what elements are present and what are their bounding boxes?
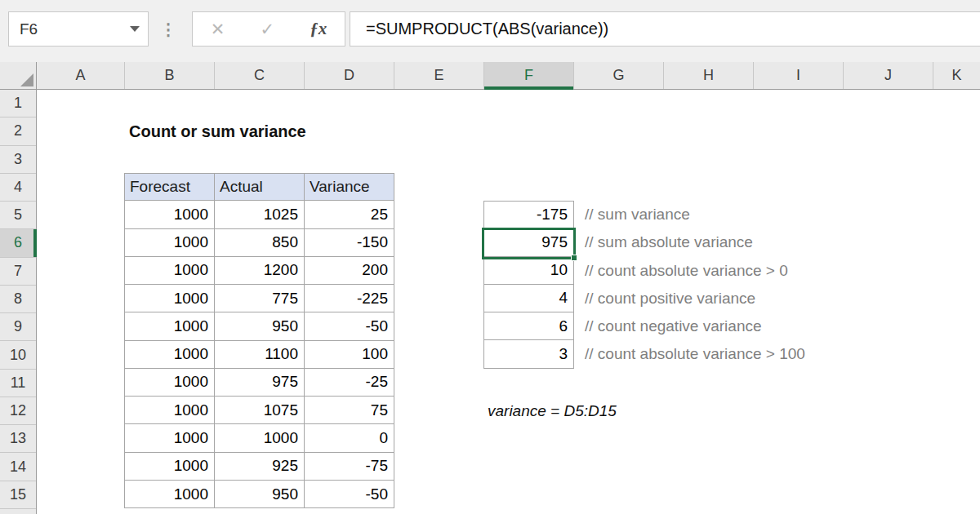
cell-d9[interactable]: -50: [305, 312, 394, 340]
table-header-variance[interactable]: Variance: [305, 173, 394, 201]
name-box-value[interactable]: F6: [20, 20, 130, 38]
select-all-button[interactable]: [0, 62, 37, 90]
result-row-count-abs-gt0: 10 // count absolute variance > 0: [483, 257, 805, 285]
cell-f9[interactable]: 6: [483, 312, 574, 340]
name-box-dropdown-icon[interactable]: [130, 26, 140, 32]
row-header-4[interactable]: 4: [0, 174, 36, 202]
cell-f7[interactable]: 10: [483, 257, 574, 285]
enter-icon[interactable]: ✓: [260, 20, 274, 39]
row-header-12[interactable]: 12: [0, 397, 36, 425]
row-headers: 1 2 3 4 5 6 7 8 9 10 11 12 13 14 15: [0, 90, 37, 514]
cell-c9[interactable]: 950: [215, 312, 305, 340]
result-row-sum-variance: -175 // sum variance: [483, 201, 805, 228]
cell-b14[interactable]: 1000: [124, 453, 215, 481]
data-table: Forecast Actual Variance 1000 1025 25 10…: [124, 173, 394, 508]
row-header-7[interactable]: 7: [0, 258, 36, 286]
cell-b15[interactable]: 1000: [124, 481, 215, 508]
row-header-9[interactable]: 9: [0, 313, 36, 341]
name-box[interactable]: F6: [8, 11, 149, 47]
column-header-f-selected[interactable]: F: [484, 62, 574, 89]
cell-b8[interactable]: 1000: [124, 285, 215, 312]
cell-d14[interactable]: -75: [305, 453, 394, 481]
row-header-11[interactable]: 11: [0, 370, 36, 397]
cell-b10[interactable]: 1000: [124, 341, 215, 369]
column-header-j[interactable]: J: [844, 62, 933, 89]
cell-d15[interactable]: -50: [305, 481, 394, 508]
row-header-8[interactable]: 8: [0, 286, 36, 313]
result-row-count-negative: 6 // count negative variance: [483, 312, 805, 340]
column-header-e[interactable]: E: [394, 62, 484, 89]
spreadsheet-app: F6 ⋮ ✕ ✓ ƒx =SUMPRODUCT(ABS(variance)) A…: [0, 0, 980, 514]
row-header-3[interactable]: 3: [0, 146, 36, 174]
column-header-a[interactable]: A: [37, 62, 125, 89]
column-header-k[interactable]: K: [933, 62, 980, 89]
row-header-10[interactable]: 10: [0, 341, 36, 369]
cell-d7[interactable]: 200: [305, 257, 394, 285]
cell-d6[interactable]: -150: [305, 229, 394, 257]
formula-text[interactable]: =SUMPRODUCT(ABS(variance)): [366, 20, 608, 38]
cell-b11[interactable]: 1000: [124, 369, 215, 397]
cell-f10[interactable]: 3: [483, 340, 574, 368]
column-header-h[interactable]: H: [664, 62, 754, 89]
cell-b6[interactable]: 1000: [124, 229, 215, 257]
comment-count-abs-gt0[interactable]: // count absolute variance > 0: [574, 257, 788, 285]
formula-bar[interactable]: =SUMPRODUCT(ABS(variance)): [350, 11, 980, 47]
cell-b7[interactable]: 1000: [124, 257, 215, 285]
cell-b5[interactable]: 1000: [124, 201, 215, 228]
comment-count-positive[interactable]: // count positive variance: [574, 285, 755, 312]
cell-d13[interactable]: 0: [305, 424, 394, 452]
row-header-5[interactable]: 5: [0, 202, 36, 229]
cell-f6-selected[interactable]: 975: [483, 228, 574, 256]
cell-c8[interactable]: 775: [215, 285, 305, 312]
cell-c10[interactable]: 1100: [215, 341, 305, 369]
comment-sum-variance[interactable]: // sum variance: [574, 201, 690, 228]
cell-b12[interactable]: 1000: [124, 397, 215, 424]
comment-sum-absolute-variance[interactable]: // sum absolute variance: [574, 228, 753, 256]
cell-c5[interactable]: 1025: [215, 201, 305, 228]
cell-c12[interactable]: 1075: [215, 397, 305, 424]
column-header-c[interactable]: C: [215, 62, 305, 89]
row-header-15[interactable]: 15: [0, 481, 36, 509]
cell-f8[interactable]: 4: [483, 285, 574, 312]
row-header-2[interactable]: 2: [0, 117, 36, 145]
cell-d8[interactable]: -225: [305, 285, 394, 312]
insert-function-icon[interactable]: ƒx: [310, 19, 327, 39]
cell-d12[interactable]: 75: [305, 397, 394, 424]
result-row-count-abs-gt100: 3 // count absolute variance > 100: [483, 340, 805, 368]
worksheet-title-cell[interactable]: Count or sum variance: [129, 117, 306, 145]
table-header-actual[interactable]: Actual: [215, 173, 305, 201]
cell-b9[interactable]: 1000: [124, 312, 215, 340]
cell-b13[interactable]: 1000: [124, 424, 215, 452]
cell-d10[interactable]: 100: [305, 341, 394, 369]
cancel-icon[interactable]: ✕: [211, 20, 225, 39]
comment-count-abs-gt100[interactable]: // count absolute variance > 100: [574, 340, 805, 368]
column-header-d[interactable]: D: [305, 62, 394, 89]
named-range-note[interactable]: variance = D5:D15: [488, 397, 617, 425]
column-header-g[interactable]: G: [574, 62, 664, 89]
more-options-icon: ⋮: [160, 11, 176, 47]
formula-toolbar: F6 ⋮ ✕ ✓ ƒx =SUMPRODUCT(ABS(variance)): [0, 0, 980, 62]
cell-c7[interactable]: 1200: [215, 257, 305, 285]
comment-count-negative[interactable]: // count negative variance: [574, 312, 762, 340]
cell-c14[interactable]: 925: [215, 453, 305, 481]
results-block: -175 // sum variance 975 // sum absolute…: [483, 201, 805, 369]
row-header-1[interactable]: 1: [0, 90, 36, 117]
cell-c11[interactable]: 975: [215, 369, 305, 397]
row-header-16-partial[interactable]: [0, 509, 36, 514]
column-header-b[interactable]: B: [125, 62, 215, 89]
formula-buttons: ✕ ✓ ƒx: [192, 11, 345, 47]
column-header-i[interactable]: I: [754, 62, 844, 89]
cell-c13[interactable]: 1000: [215, 424, 305, 452]
cell-f5[interactable]: -175: [483, 201, 574, 228]
row-header-13[interactable]: 13: [0, 425, 36, 453]
select-all-icon: [20, 73, 33, 86]
cell-c15[interactable]: 950: [215, 481, 305, 508]
cell-c6[interactable]: 850: [215, 229, 305, 257]
row-header-6-selected[interactable]: 6: [0, 229, 36, 257]
result-row-sum-absolute-variance: 975 // sum absolute variance: [483, 228, 805, 256]
table-header-forecast[interactable]: Forecast: [124, 173, 215, 201]
cell-d11[interactable]: -25: [305, 369, 394, 397]
row-header-14[interactable]: 14: [0, 453, 36, 481]
result-row-count-positive: 4 // count positive variance: [483, 285, 805, 312]
cell-d5[interactable]: 25: [305, 201, 394, 228]
